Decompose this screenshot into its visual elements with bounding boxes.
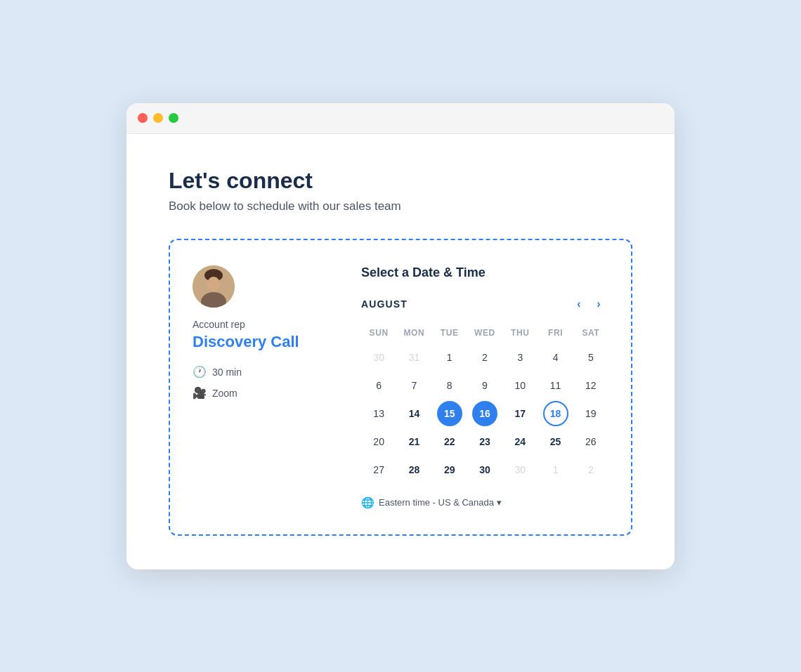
day-cell: 26	[578, 429, 604, 454]
day-cell: 11	[543, 373, 568, 398]
day-cell: 4	[543, 345, 568, 370]
day-cell-30a[interactable]: 30	[472, 457, 497, 482]
dot-yellow[interactable]	[153, 113, 163, 123]
month-label: AUGUST	[361, 298, 569, 310]
day-cell-16[interactable]: 16	[472, 401, 497, 426]
page-title: Let's connect	[169, 168, 632, 194]
day-cell: 2	[578, 457, 604, 482]
day-cell-29[interactable]: 29	[437, 457, 462, 482]
platform-label: Zoom	[212, 388, 237, 399]
day-cell: 19	[578, 401, 604, 426]
dot-red[interactable]	[138, 113, 148, 123]
day-header-sat: SAT	[573, 325, 608, 341]
day-header-wed: WED	[467, 325, 502, 341]
day-cell-18[interactable]: 18	[543, 401, 568, 426]
day-cell: 1	[543, 457, 568, 482]
day-cell: 30	[507, 457, 533, 482]
globe-icon: 🌐	[361, 496, 375, 509]
day-cell: 2	[472, 345, 497, 370]
day-cell-22[interactable]: 22	[437, 429, 462, 454]
duration-label: 30 min	[212, 367, 242, 378]
platform-item: 🎥 Zoom	[193, 386, 333, 400]
svg-point-4	[207, 277, 220, 291]
day-header-fri: FRI	[538, 325, 573, 341]
day-cell-21[interactable]: 21	[401, 429, 426, 454]
discovery-call-title: Discovery Call	[193, 333, 333, 351]
day-cell: 12	[578, 373, 604, 398]
browser-titlebar	[126, 103, 675, 134]
day-cell-24[interactable]: 24	[507, 429, 533, 454]
day-cell-17[interactable]: 17	[507, 401, 533, 426]
timezone-label[interactable]: Eastern time - US & Canada ▾	[379, 497, 502, 508]
day-cell: 9	[472, 373, 497, 398]
day-header-thu: THU	[502, 325, 538, 341]
days-grid: 30 31 1 2 3 4 5 6 7 8 9 10	[361, 345, 608, 482]
left-panel: Account rep Discovery Call 🕐 30 min 🎥 Zo…	[193, 265, 333, 509]
day-header-mon: MON	[396, 325, 431, 341]
outer-circle: Let's connect Book below to schedule wit…	[84, 20, 717, 652]
calendar-grid: SUN MON TUE WED THU FRI SAT 30 31	[361, 325, 608, 482]
day-cell-28[interactable]: 28	[401, 457, 426, 482]
zoom-icon: 🎥	[193, 386, 207, 400]
day-cell: 3	[507, 345, 533, 370]
day-cell-14[interactable]: 14	[401, 401, 426, 426]
prev-month-button[interactable]: ‹	[569, 294, 589, 314]
day-cell: 5	[578, 345, 604, 370]
browser-window: Let's connect Book below to schedule wit…	[126, 103, 675, 569]
day-cell: 20	[366, 429, 391, 454]
day-cell: 10	[507, 373, 533, 398]
account-rep-label: Account rep	[193, 319, 333, 330]
booking-card: Account rep Discovery Call 🕐 30 min 🎥 Zo…	[169, 239, 632, 536]
calendar-section-title: Select a Date & Time	[361, 265, 608, 280]
page-subtitle: Book below to schedule with our sales te…	[169, 199, 632, 213]
day-cell: 7	[401, 373, 426, 398]
calendar-panel: Select a Date & Time AUGUST ‹ › SUN MON …	[361, 265, 608, 509]
timezone-row[interactable]: 🌐 Eastern time - US & Canada ▾	[361, 496, 608, 509]
avatar	[193, 265, 235, 308]
day-cell: 6	[366, 373, 391, 398]
day-cell-15[interactable]: 15	[437, 401, 462, 426]
duration-item: 🕐 30 min	[193, 365, 333, 379]
day-cell: 13	[366, 401, 391, 426]
day-cell: 30	[366, 345, 391, 370]
day-cell: 27	[366, 457, 391, 482]
day-cell: 31	[401, 345, 426, 370]
day-headers: SUN MON TUE WED THU FRI SAT	[361, 325, 608, 341]
day-header-tue: TUE	[432, 325, 467, 341]
next-month-button[interactable]: ›	[589, 294, 608, 314]
day-cell-25[interactable]: 25	[543, 429, 568, 454]
day-cell: 1	[437, 345, 462, 370]
calendar-header: AUGUST ‹ ›	[361, 294, 608, 314]
dropdown-arrow-icon: ▾	[497, 497, 502, 508]
browser-content: Let's connect Book below to schedule wit…	[126, 134, 675, 536]
day-cell: 8	[437, 373, 462, 398]
day-cell-23[interactable]: 23	[472, 429, 497, 454]
dot-green[interactable]	[169, 113, 178, 123]
day-header-sun: SUN	[361, 325, 396, 341]
clock-icon: 🕐	[193, 365, 207, 379]
